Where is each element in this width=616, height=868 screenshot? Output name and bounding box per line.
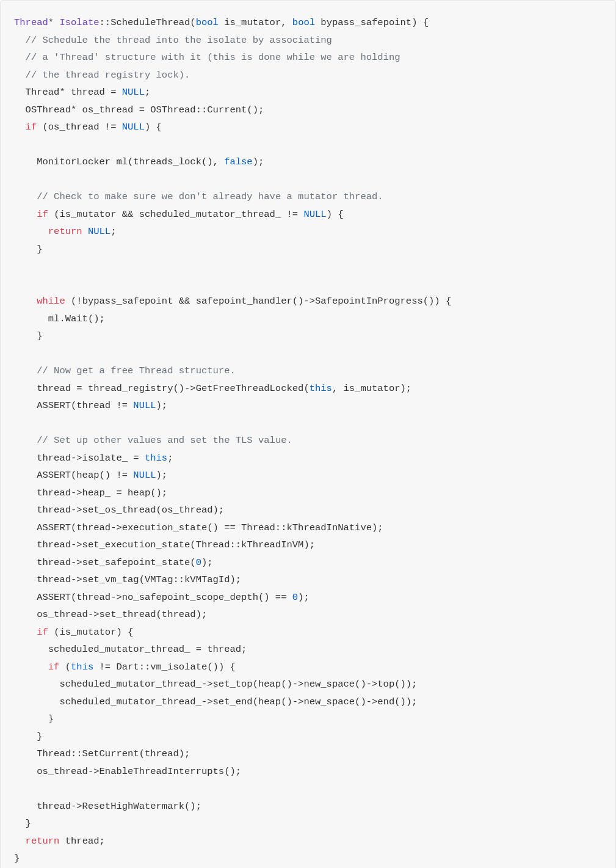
code-block: Thread* Isolate::ScheduleThread(bool is_… [0, 0, 616, 868]
code-content: Thread* Isolate::ScheduleThread(bool is_… [14, 14, 602, 867]
